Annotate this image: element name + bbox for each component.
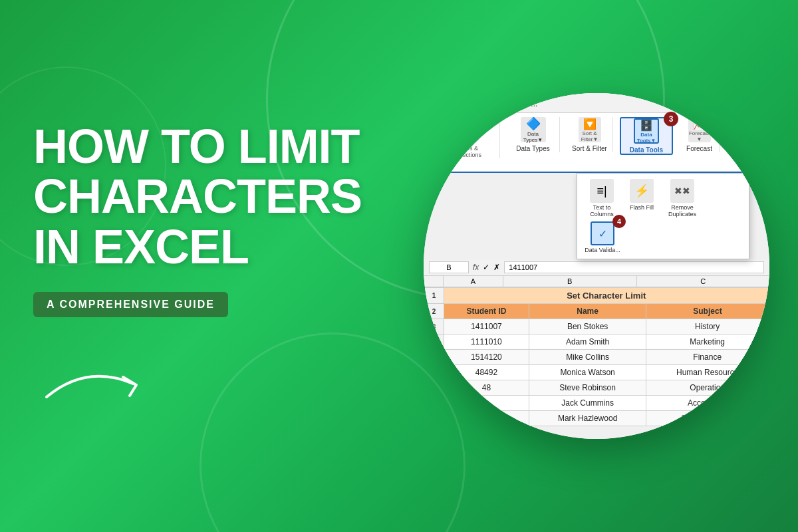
cell-subject[interactable]: History (646, 319, 769, 334)
sort-filter-label: Sort & Filter (572, 145, 607, 152)
ribbon-body: 🔄 Refresh All▼ Queries & Connections 2 (424, 113, 769, 173)
row-number: 3 (424, 319, 444, 334)
cell-name[interactable]: Adam Smith (529, 334, 646, 350)
cell-reference-box[interactable]: B (429, 261, 469, 273)
row-number: 6 (424, 365, 444, 380)
cell-subject[interactable]: Marketing (646, 334, 769, 350)
ribbon-tabs-bar: Formulas Data Re... (424, 93, 769, 113)
row-number: 8 (424, 396, 444, 411)
subtitle-badge: A COMPREHENSIVE GUIDE (33, 292, 228, 317)
ribbon-group-sort-filter: 🔽 Sort & Filter▼ Sort & Filter (567, 117, 613, 152)
formula-check: ✓ (483, 263, 489, 272)
forecast-icons: 📈 Forecast ▼ (688, 117, 711, 142)
queries-label: Queries & Connections (436, 145, 494, 158)
fx-label: fx (473, 263, 479, 272)
ribbon-group-data-tools: 🗄️ Data Tools▼ Data Tools 3 (620, 117, 673, 155)
cell-subject[interactable]: Accounting (646, 396, 769, 411)
step-2-badge: 2 (450, 116, 465, 130)
cell-name[interactable]: Monica Watson (529, 365, 646, 380)
excel-content: Formulas Data Re... (424, 93, 769, 439)
subtitle-text: A COMPREHENSIVE GUIDE (47, 299, 215, 310)
cell-student-id[interactable]: 1514120 (444, 350, 529, 365)
title-line3: IN EXCEL (33, 220, 249, 273)
cell-subject[interactable]: Social Science (646, 411, 769, 426)
col-header-id: Student ID (444, 304, 529, 319)
row-num-header (424, 276, 444, 287)
outline-icon[interactable]: ☰ Outline ▼ (733, 117, 756, 142)
spreadsheet-area: 1 Set Character Limit 2 Student ID Name … (424, 287, 769, 426)
cell-student-id[interactable]: 48492 (444, 365, 529, 380)
col-headers-row: A B C (424, 276, 769, 287)
table-row: 31411007Ben StokesHistory (424, 319, 769, 334)
cell-subject[interactable]: Finance (646, 350, 769, 365)
table-row: 41111010Adam SmithMarketing (424, 334, 769, 350)
spreadsheet-header-row: 2 Student ID Name Subject (424, 304, 769, 319)
remove-duplicates-item[interactable]: ✖✖ Remove Duplicates (662, 179, 702, 217)
outline-icons: ☰ Outline ▼ (733, 117, 756, 142)
col-header-name: Name (529, 304, 646, 319)
ribbon-group-outline: ☰ Outline ▼ Outline (726, 117, 763, 152)
text-to-columns-item[interactable]: ≡| Text to Columns (583, 179, 621, 217)
cell-name[interactable]: Steve Robinson (529, 380, 646, 396)
table-row: 748Steve RobinsonOperation (424, 380, 769, 396)
data-validation-item[interactable]: ✓ Data Valida... 4 (583, 221, 622, 253)
cell-name[interactable]: Mike Collins (529, 350, 646, 365)
row-number: 5 (424, 350, 444, 365)
main-container: HOW TO LIMIT CHARACTERS IN EXCEL A COMPR… (0, 0, 798, 532)
cell-name[interactable]: Ben Stokes (529, 319, 646, 334)
col-c-header: C (637, 276, 770, 287)
cell-student-id[interactable] (444, 396, 529, 411)
arrow-svg (33, 357, 166, 410)
left-section: HOW TO LIMIT CHARACTERS IN EXCEL A COMPR… (0, 82, 395, 451)
data-tools-icons: 🗄️ Data Tools▼ (634, 118, 659, 144)
ribbon-group-get-data: 🔄 Refresh All▼ Queries & Connections 2 (430, 117, 500, 158)
outline-label: Outline (734, 145, 755, 152)
row-number: 7 (424, 380, 444, 396)
cell-student-id[interactable]: 1111010 (444, 334, 529, 350)
data-types-icon[interactable]: 🔷 Data Types▼ (521, 117, 546, 142)
forecast-icon[interactable]: 📈 Forecast ▼ (688, 117, 711, 142)
data-types-label: Data Types (516, 145, 549, 152)
sort-filter-icons: 🔽 Sort & Filter▼ (579, 117, 601, 142)
formula-cancel: ✗ (493, 263, 500, 272)
title-line1: HOW TO LIMIT (33, 120, 360, 173)
data-tools-label: Data Tools (630, 146, 663, 154)
data-tools-dropdown: ≡| Text to Columns ⚡ Flash Fill ✖✖ Remov… (577, 173, 749, 259)
step-3-badge: 3 (664, 112, 678, 126)
ribbon-group-forecast: 📈 Forecast ▼ Forecast (680, 117, 720, 152)
cell-student-id[interactable]: 48 (444, 380, 529, 396)
spreadsheet-table: 1 Set Character Limit 2 Student ID Name … (424, 287, 769, 426)
table-row: 9Mark HazlewoodSocial Science (424, 411, 769, 426)
col-b-header: B (503, 276, 637, 287)
right-section: Formulas Data Re... (395, 93, 798, 439)
table-row: 648492Monica WatsonHuman Resource (424, 365, 769, 380)
ribbon-tab-list: Formulas Data Re... (429, 96, 764, 112)
cell-name[interactable]: Mark Hazlewood (529, 411, 646, 426)
formula-input[interactable]: 1411007 (504, 261, 764, 273)
main-title: HOW TO LIMIT CHARACTERS IN EXCEL (33, 122, 362, 273)
sort-filter-icon[interactable]: 🔽 Sort & Filter▼ (579, 117, 601, 142)
row-number: 9 (424, 411, 444, 426)
cell-student-id[interactable]: 1411007 (444, 319, 529, 334)
step-4-badge: 4 (612, 215, 626, 228)
data-tools-icon[interactable]: 🗄️ Data Tools▼ (634, 118, 659, 144)
col-header-subject: Subject (646, 304, 769, 319)
tab-data[interactable]: Data (478, 96, 513, 112)
cell-subject[interactable]: Operation (646, 380, 769, 396)
ribbon-group-data-types: 🔷 Data Types▼ Data Types (507, 117, 560, 152)
spreadsheet-title-row: 1 Set Character Limit (424, 288, 769, 304)
cell-name[interactable]: Jack Cummins (529, 396, 646, 411)
tab-review[interactable]: Re... (513, 96, 545, 112)
cell-subject[interactable]: Human Resource (646, 365, 769, 380)
data-types-icons: 🔷 Data Types▼ (521, 117, 546, 142)
tab-formulas[interactable]: Formulas (429, 96, 478, 112)
formula-bar: B fx ✓ ✗ 1411007 (424, 259, 769, 276)
flash-fill-item[interactable]: ⚡ Flash Fill (625, 179, 658, 217)
table-row: 8Jack CumminsAccounting (424, 396, 769, 411)
col-a-header: A (444, 276, 503, 287)
title-line2: CHARACTERS (33, 170, 362, 223)
cell-student-id[interactable] (444, 411, 529, 426)
forecast-label: Forecast (686, 145, 712, 152)
table-row: 51514120Mike CollinsFinance (424, 350, 769, 365)
row-number: 4 (424, 334, 444, 350)
